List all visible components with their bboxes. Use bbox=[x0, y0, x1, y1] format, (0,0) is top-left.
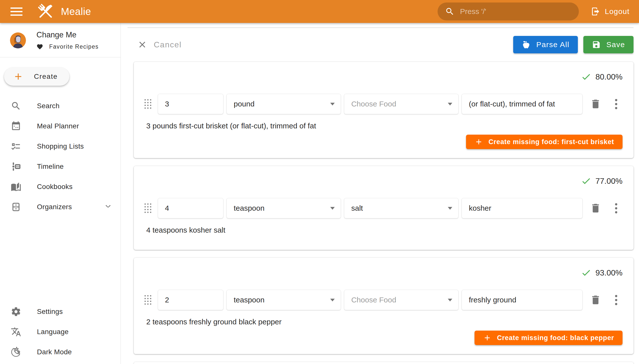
sidebar-item-label: Dark Mode bbox=[37, 348, 72, 356]
amount-field[interactable] bbox=[158, 198, 224, 218]
dropdown-arrow-icon bbox=[330, 207, 335, 210]
parse-all-button[interactable]: Parse All bbox=[513, 36, 578, 53]
sidebar-item-label: Shopping Lists bbox=[37, 142, 84, 150]
sidebar-item-shopping-lists[interactable]: Shopping Lists bbox=[0, 136, 121, 156]
amount-input[interactable] bbox=[165, 204, 217, 212]
amount-field[interactable] bbox=[158, 290, 224, 310]
confidence-value: 93.00% bbox=[595, 268, 622, 278]
create-missing-food-button[interactable]: Create missing food: black pepper bbox=[475, 330, 622, 345]
create-button[interactable]: Create bbox=[4, 67, 69, 86]
more-options-button[interactable] bbox=[609, 294, 622, 306]
logout-button[interactable]: Logout bbox=[588, 3, 632, 20]
amount-input[interactable] bbox=[165, 100, 217, 108]
sidebar-item-search[interactable]: Search bbox=[0, 96, 121, 116]
search-input[interactable] bbox=[460, 7, 571, 16]
check-icon bbox=[581, 176, 591, 186]
unit-input[interactable] bbox=[234, 204, 327, 212]
menu-icon[interactable] bbox=[10, 4, 25, 19]
heart-icon bbox=[37, 44, 43, 50]
ingredient-card: 93.00% 2 tea bbox=[134, 258, 633, 354]
content-divider bbox=[128, 28, 633, 28]
cancel-label: Cancel bbox=[154, 40, 182, 49]
confidence-value: 77.00% bbox=[595, 176, 622, 186]
search-bar[interactable] bbox=[438, 2, 579, 20]
search-icon bbox=[11, 101, 21, 111]
dropdown-arrow-icon bbox=[448, 207, 452, 210]
dropdown-arrow-icon bbox=[448, 103, 452, 106]
drag-handle-icon[interactable] bbox=[144, 99, 152, 109]
plus-icon bbox=[483, 334, 492, 342]
sidebar: Change Me Favorite Recipes Create Search… bbox=[0, 23, 121, 364]
dropdown-arrow-icon bbox=[448, 299, 452, 302]
sidebar-item-cookbooks[interactable]: Cookbooks bbox=[0, 176, 121, 197]
food-input[interactable] bbox=[351, 296, 444, 304]
parse-all-label: Parse All bbox=[536, 40, 569, 49]
main-content: Cancel Parse All Save 80.00% bbox=[121, 23, 639, 364]
logout-label: Logout bbox=[605, 7, 629, 16]
delete-button[interactable] bbox=[589, 294, 602, 306]
sidebar-divider bbox=[0, 57, 121, 57]
ingredient-card: 77.00% 4 tea bbox=[134, 166, 633, 250]
cancel-button[interactable]: Cancel bbox=[134, 37, 185, 52]
sidebar-item-label: Cookbooks bbox=[37, 183, 73, 191]
user-name: Change Me bbox=[37, 30, 99, 40]
food-input[interactable] bbox=[351, 204, 444, 212]
avatar bbox=[10, 32, 26, 48]
save-button[interactable]: Save bbox=[583, 36, 633, 53]
trash-icon bbox=[590, 98, 601, 110]
checklist-icon bbox=[11, 141, 21, 152]
confidence-value: 80.00% bbox=[595, 72, 622, 82]
note-input[interactable] bbox=[469, 296, 576, 304]
sidebar-item-settings[interactable]: Settings bbox=[0, 302, 121, 322]
original-ingredient-text: 4 teaspoons kosher salt bbox=[146, 226, 622, 234]
book-icon bbox=[11, 182, 21, 192]
save-label: Save bbox=[606, 40, 625, 49]
unit-select[interactable] bbox=[227, 290, 341, 310]
check-icon bbox=[581, 72, 591, 82]
food-select[interactable] bbox=[344, 198, 459, 218]
delete-button[interactable] bbox=[589, 202, 602, 215]
unit-input[interactable] bbox=[234, 296, 327, 304]
food-select[interactable] bbox=[344, 290, 459, 310]
unit-select[interactable] bbox=[227, 94, 341, 114]
note-field[interactable] bbox=[462, 198, 583, 218]
plus-icon bbox=[13, 71, 24, 82]
sidebar-item-dark-mode[interactable]: Dark Mode bbox=[0, 342, 121, 362]
save-icon bbox=[592, 40, 601, 49]
more-options-button[interactable] bbox=[609, 202, 622, 215]
amount-field[interactable] bbox=[158, 94, 224, 114]
drag-handle-icon[interactable] bbox=[144, 295, 152, 305]
unit-input[interactable] bbox=[234, 100, 327, 108]
delete-button[interactable] bbox=[589, 98, 602, 110]
sidebar-item-timeline[interactable]: Timeline bbox=[0, 156, 121, 176]
plus-icon bbox=[475, 138, 483, 146]
create-button-label: Create bbox=[34, 72, 58, 80]
food-select[interactable] bbox=[344, 94, 459, 114]
note-input[interactable] bbox=[469, 100, 576, 108]
sidebar-item-label: Meal Planner bbox=[37, 122, 79, 130]
note-input[interactable] bbox=[469, 204, 576, 212]
sidebar-item-language[interactable]: Language bbox=[0, 322, 121, 342]
favorite-recipes-link[interactable]: Favorite Recipes bbox=[37, 44, 99, 50]
sidebar-item-meal-planner[interactable]: Meal Planner bbox=[0, 116, 121, 136]
sidebar-item-label: Timeline bbox=[37, 162, 64, 170]
ingredient-card: 80.00% 3 pou bbox=[134, 62, 633, 158]
translate-icon bbox=[11, 326, 21, 337]
search-icon bbox=[445, 7, 455, 16]
trash-icon bbox=[590, 294, 601, 306]
dropdown-arrow-icon bbox=[330, 299, 335, 302]
chevron-down-icon bbox=[103, 202, 113, 212]
amount-input[interactable] bbox=[165, 296, 217, 304]
unit-select[interactable] bbox=[227, 198, 341, 218]
create-missing-food-button[interactable]: Create missing food: first-cut brisket bbox=[466, 135, 622, 149]
user-profile[interactable]: Change Me Favorite Recipes bbox=[0, 23, 121, 57]
sidebar-item-label: Search bbox=[37, 102, 60, 110]
sidebar-item-organizers[interactable]: Organizers bbox=[0, 197, 121, 217]
timeline-icon bbox=[11, 161, 21, 172]
drag-handle-icon[interactable] bbox=[144, 204, 152, 213]
note-field[interactable] bbox=[462, 94, 583, 114]
more-options-button[interactable] bbox=[609, 98, 622, 110]
note-field[interactable] bbox=[462, 290, 583, 310]
apple-icon bbox=[522, 40, 531, 49]
food-input[interactable] bbox=[351, 100, 444, 108]
